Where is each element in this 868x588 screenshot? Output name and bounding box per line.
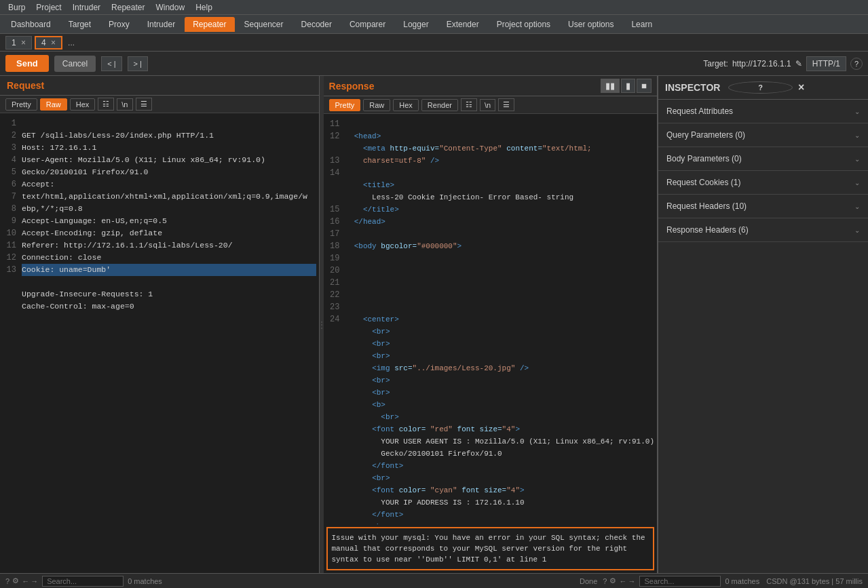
- query-params-item[interactable]: Query Parameters (0) ⌄: [658, 123, 868, 147]
- repeater-tab-4[interactable]: 4 ×: [35, 36, 62, 50]
- request-toolbar: Pretty Raw Hex ☷ \n ☰: [0, 96, 319, 113]
- menu-intruder[interactable]: Intruder: [67, 1, 106, 14]
- inspector-panel: INSPECTOR ? × Request Attributes ⌄ Query…: [658, 76, 868, 573]
- inspector-header: INSPECTOR ? ×: [658, 76, 868, 100]
- response-line-numbers: 1112 1314 1516171819202122 2324: [324, 114, 343, 524]
- tab-bar: Dashboard Target Proxy Intruder Repeater…: [0, 15, 868, 34]
- response-wrap-icon[interactable]: \n: [480, 99, 495, 111]
- send-button[interactable]: Send: [5, 55, 49, 72]
- menu-repeater[interactable]: Repeater: [106, 1, 150, 14]
- request-headers-item[interactable]: Request Headers (10) ⌄: [658, 195, 868, 218]
- response-toolbar: Pretty Raw Hex Render ☷ \n ☰: [324, 96, 657, 114]
- repeater-tab-1[interactable]: 1 ×: [5, 36, 32, 50]
- target-url: http://172.16.1.1: [732, 59, 791, 68]
- response-pretty-btn[interactable]: Pretty: [329, 99, 361, 111]
- tab-decoder[interactable]: Decoder: [293, 17, 340, 32]
- menu-bar: Burp Project Intruder Repeater Window He…: [0, 0, 868, 15]
- help-icon[interactable]: ?: [850, 58, 863, 70]
- response-hex-btn[interactable]: Hex: [393, 99, 419, 111]
- request-menu-icon[interactable]: ☰: [136, 98, 152, 111]
- help-icon-bottom[interactable]: ?: [5, 577, 10, 585]
- repeater-tabs: 1 × 4 × ...: [0, 34, 868, 52]
- body-params-item[interactable]: Body Parameters (0) ⌄: [658, 147, 868, 171]
- bottom-bar: ? ⚙ ← → 0 matches Done ? ⚙ ← → 0 matches…: [0, 573, 868, 588]
- menu-window[interactable]: Window: [150, 1, 190, 14]
- done-label: Done: [580, 577, 597, 585]
- toolbar: Send Cancel < | > | Target: http://172.1…: [0, 52, 868, 76]
- single-view-btn[interactable]: ▮: [621, 79, 635, 93]
- request-raw-btn[interactable]: Raw: [40, 98, 67, 111]
- response-panel-title: Response: [329, 81, 375, 92]
- settings-icon-right[interactable]: ⚙: [609, 576, 616, 585]
- request-search-input[interactable]: [42, 576, 124, 587]
- response-format-icon[interactable]: ☷: [461, 98, 477, 111]
- tab-intruder[interactable]: Intruder: [139, 17, 183, 32]
- tab-dashboard[interactable]: Dashboard: [3, 17, 59, 32]
- cancel-button[interactable]: Cancel: [54, 56, 96, 72]
- response-headers-label: Response Headers (6): [666, 225, 854, 235]
- menu-project[interactable]: Project: [31, 1, 67, 14]
- nav-left-icon-right[interactable]: ←: [619, 577, 626, 585]
- request-panel-title: Request: [0, 76, 319, 96]
- tab-sequencer[interactable]: Sequencer: [236, 17, 292, 32]
- highlighted-cookie-line: Cookie: uname=Dumb': [22, 264, 316, 276]
- tab-learn[interactable]: Learn: [623, 17, 660, 32]
- inspector-help-icon[interactable]: ?: [728, 81, 793, 94]
- request-attributes-chevron: ⌄: [854, 108, 860, 115]
- target-info: Target: http://172.16.1.1 ✎ HTTP/1 ?: [703, 56, 863, 71]
- response-panel: Response ▮▮ ▮ ■ Pretty Raw Hex Render ☷ …: [324, 76, 658, 573]
- request-hex-btn[interactable]: Hex: [70, 98, 96, 111]
- split-view-btn[interactable]: ▮▮: [601, 79, 620, 93]
- tab-target[interactable]: Target: [60, 17, 99, 32]
- response-raw-btn[interactable]: Raw: [363, 99, 390, 111]
- tab-project-options[interactable]: Project options: [489, 17, 559, 32]
- close-tab-1-icon[interactable]: ×: [21, 38, 26, 47]
- response-content[interactable]: 1112 1314 1516171819202122 2324 <head> <…: [324, 114, 657, 524]
- request-wrap-icon[interactable]: \n: [117, 98, 132, 111]
- response-code[interactable]: <head> <meta http-equiv="Content-Type" c…: [343, 114, 657, 524]
- nav-right-icon-right[interactable]: →: [628, 577, 635, 585]
- request-cookies-label: Request Cookies (1): [666, 178, 854, 187]
- response-menu-icon[interactable]: ☰: [498, 98, 514, 111]
- more-tabs-button[interactable]: ...: [68, 38, 75, 47]
- query-params-chevron: ⌄: [854, 132, 860, 139]
- close-tab-4-icon[interactable]: ×: [51, 38, 56, 47]
- request-match-count: 0 matches: [128, 577, 162, 585]
- inspector-title: INSPECTOR: [665, 82, 728, 93]
- tab-repeater[interactable]: Repeater: [185, 17, 234, 32]
- tab-logger[interactable]: Logger: [395, 17, 436, 32]
- help-icon-bottom-right[interactable]: ?: [603, 577, 607, 585]
- response-search-input[interactable]: [639, 576, 721, 587]
- byte-count: 131 bytes | 57 millis: [797, 577, 863, 585]
- nav-prev-button[interactable]: < |: [101, 56, 121, 71]
- status-bar: CSDN @: [766, 577, 797, 585]
- request-headers-chevron: ⌄: [854, 203, 860, 210]
- menu-help[interactable]: Help: [190, 1, 218, 14]
- target-label: Target:: [703, 59, 728, 68]
- nav-forward-icon[interactable]: →: [31, 577, 38, 585]
- request-code[interactable]: GET /sqli-labs/Less-20/index.php HTTP/1.…: [19, 113, 319, 573]
- request-attributes-item[interactable]: Request Attributes ⌄: [658, 100, 868, 123]
- inspector-close-icon[interactable]: ×: [798, 81, 861, 94]
- request-pretty-btn[interactable]: Pretty: [5, 98, 37, 111]
- tab-user-options[interactable]: User options: [560, 17, 622, 32]
- tab-proxy[interactable]: Proxy: [100, 17, 138, 32]
- response-render-btn[interactable]: Render: [421, 99, 458, 111]
- response-headers-item[interactable]: Response Headers (6) ⌄: [658, 218, 868, 242]
- full-view-btn[interactable]: ■: [637, 79, 652, 93]
- request-cookies-item[interactable]: Request Cookies (1) ⌄: [658, 171, 868, 195]
- settings-icon[interactable]: ⚙: [12, 576, 19, 585]
- nav-next-button[interactable]: > |: [128, 56, 148, 71]
- menu-burp[interactable]: Burp: [3, 1, 31, 14]
- view-toggle: ▮▮ ▮ ■: [601, 79, 652, 93]
- nav-back-icon[interactable]: ←: [22, 577, 29, 585]
- request-format-icon[interactable]: ☷: [98, 98, 114, 111]
- main-area: Request Pretty Raw Hex ☷ \n ☰ 12345 6789…: [0, 76, 868, 573]
- tab-extender[interactable]: Extender: [438, 17, 487, 32]
- tab-comparer[interactable]: Comparer: [341, 17, 394, 32]
- edit-target-icon[interactable]: ✎: [795, 59, 802, 68]
- request-content[interactable]: 12345 678910 111213 GET /sqli-labs/Less-…: [0, 113, 319, 573]
- http-version-selector[interactable]: HTTP/1: [806, 56, 846, 71]
- request-attributes-label: Request Attributes: [666, 106, 854, 116]
- response-headers-chevron: ⌄: [854, 227, 860, 234]
